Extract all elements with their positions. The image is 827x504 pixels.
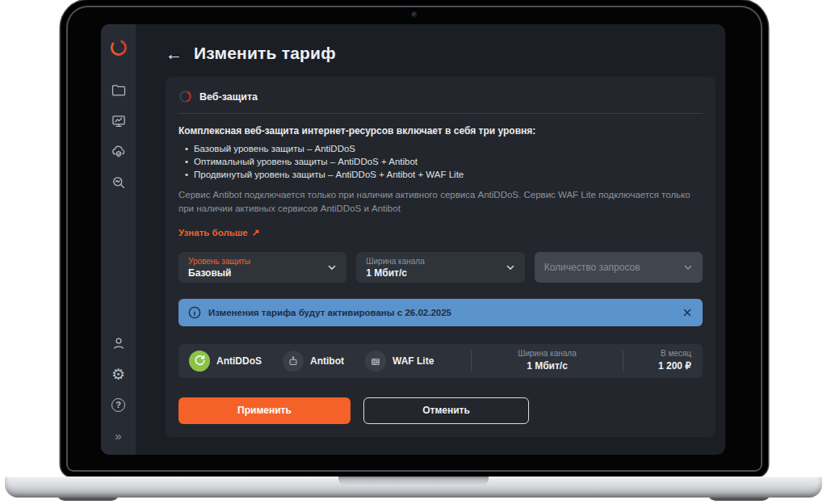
laptop-screen-bezel: ⚙ ? » ← Изменить тариф — [61, 0, 768, 477]
service-antibot: Antibot — [283, 351, 344, 372]
sidebar-collapse-toggle[interactable]: » — [107, 424, 130, 447]
close-icon — [682, 307, 693, 318]
list-item: Продвинутый уровень защиты – AntiDDoS + … — [194, 170, 703, 179]
actions-row: Применить Отменить — [178, 397, 703, 424]
banner-text: Изменения тарифа будут активированы с 26… — [208, 308, 674, 317]
search-monitor-icon — [111, 174, 127, 191]
sidebar: ⚙ ? » — [101, 24, 136, 455]
learn-more-link[interactable]: Узнать больше ↗ — [178, 227, 259, 238]
brick-wall-icon — [369, 355, 382, 368]
protection-levels-list: Базовый уровень защиты – AntiDDoS Оптима… — [178, 144, 703, 179]
list-item: Базовый уровень защиты – AntiDDoS — [194, 144, 703, 153]
card-header: Веб-защита — [178, 88, 703, 114]
summary-label: В месяц — [623, 349, 691, 359]
service-name: WAF Lite — [393, 355, 434, 367]
robot-icon — [287, 355, 300, 368]
sidebar-item-profile[interactable] — [107, 332, 130, 355]
laptop-base-notch — [338, 477, 489, 486]
sidebar-item-help[interactable]: ? — [107, 393, 130, 416]
page-header: ← Изменить тариф — [166, 44, 716, 63]
summary-value: 1 200 ₽ — [623, 360, 691, 372]
select-value: Базовый — [188, 267, 322, 279]
webcam-dot — [411, 11, 418, 18]
antiddos-badge — [189, 351, 210, 372]
profile-icon — [111, 335, 127, 351]
sidebar-item-monitoring[interactable] — [107, 171, 130, 194]
select-label: Ширина канала — [366, 257, 500, 266]
service-note-text: Сервис Antibot подключается только при н… — [178, 188, 703, 216]
sidebar-bottom-group: ⚙ ? » — [107, 324, 130, 447]
intro-text: Комплексная веб-защита интернет-ресурсов… — [178, 125, 703, 136]
chevron-down-icon — [682, 262, 694, 273]
bandwidth-select[interactable]: Ширина канала 1 Мбит/с — [356, 252, 524, 283]
sidebar-item-dashboard[interactable] — [107, 110, 130, 132]
page-title: Изменить тариф — [194, 44, 336, 63]
app-window: ⚙ ? » ← Изменить тариф — [101, 24, 725, 455]
folder-icon — [111, 82, 127, 99]
summary-bandwidth: Ширина канала 1 Мбит/с — [472, 349, 623, 372]
sidebar-item-cloud-protection[interactable] — [107, 141, 130, 163]
sidebar-item-settings[interactable]: ⚙ — [107, 363, 130, 385]
settings-gear-icon: ⚙ — [111, 367, 125, 382]
tariff-summary-bar: AntiDDoS — [178, 344, 703, 378]
service-name: Antibot — [310, 355, 344, 367]
select-label: Уровень защиты — [188, 257, 322, 266]
service-waf-lite: WAF Lite — [365, 351, 434, 372]
learn-more-label: Узнать больше — [178, 228, 248, 237]
list-item: Оптимальный уровень защиты – AntiDDoS + … — [194, 157, 703, 166]
external-link-arrow-icon: ↗ — [252, 227, 260, 238]
cloud-protection-icon — [111, 144, 127, 160]
help-icon: ? — [111, 398, 125, 412]
info-icon — [188, 306, 201, 319]
web-protection-logo-icon — [178, 90, 192, 103]
brand-logo[interactable] — [101, 24, 136, 71]
sidebar-item-files[interactable] — [107, 79, 130, 102]
summary-value: 1 Мбит/с — [472, 360, 623, 372]
activation-info-banner: Изменения тарифа будут активированы с 26… — [178, 299, 703, 326]
web-protection-card: Веб-защита Комплексная веб-защита интерн… — [166, 77, 716, 437]
waf-lite-badge — [365, 351, 386, 372]
dashboard-chart-icon — [111, 113, 127, 129]
apply-button[interactable]: Применить — [178, 397, 351, 424]
select-value: 1 Мбит/с — [366, 267, 500, 279]
collapse-chevrons-icon: » — [115, 429, 121, 443]
card-title: Веб-защита — [199, 91, 258, 103]
select-placeholder: Количество запросов — [544, 262, 640, 273]
tariff-selects-row: Уровень защиты Базовый Ширина канала 1 М… — [178, 252, 703, 283]
main-content: ← Изменить тариф Веб-защита — [136, 24, 725, 455]
services-list: AntiDDoS — [178, 351, 471, 372]
antiddos-refresh-shield-icon — [193, 354, 207, 368]
laptop-base — [5, 477, 822, 498]
summary-monthly-price: В месяц 1 200 ₽ — [623, 349, 703, 372]
protection-level-select[interactable]: Уровень защиты Базовый — [178, 252, 346, 283]
back-arrow-icon[interactable]: ← — [166, 45, 183, 62]
summary-label: Ширина канала — [472, 349, 623, 359]
service-antiddos: AntiDDoS — [189, 351, 262, 372]
cancel-button[interactable]: Отменить — [363, 397, 529, 424]
antibot-badge — [283, 351, 304, 372]
banner-close-button[interactable] — [682, 307, 693, 318]
chevron-down-icon — [326, 262, 338, 273]
requests-count-select: Количество запросов — [535, 252, 703, 283]
service-name: AntiDDoS — [216, 355, 262, 367]
brand-ring-icon — [109, 38, 128, 57]
chevron-down-icon — [505, 262, 516, 273]
